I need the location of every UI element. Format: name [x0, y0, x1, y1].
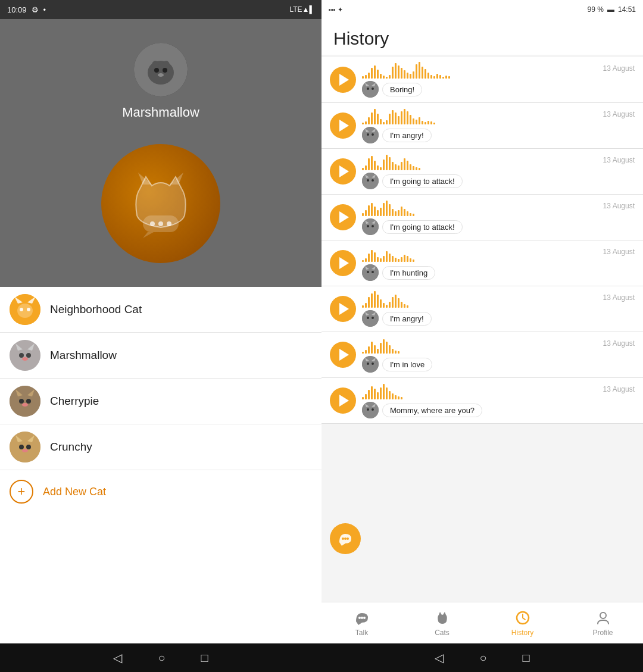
history-cat-avatar-0	[362, 81, 379, 98]
svg-point-77	[372, 408, 374, 411]
waveform-1	[362, 108, 597, 124]
cat-list-item-crunchy[interactable]: Crunchy	[0, 424, 322, 470]
left-status-bar: 10:09 ⚙ • LTE▲▌	[0, 0, 322, 19]
history-middle-6: I'm in love	[362, 337, 597, 373]
history-middle-2: I'm going to attack!	[362, 154, 597, 189]
history-cat-avatar-7	[362, 402, 379, 418]
cat-list-item-cherrypie[interactable]: Cherrypie	[0, 379, 322, 424]
play-triangle-4	[339, 257, 349, 269]
svg-point-71	[367, 362, 369, 365]
nav-profile[interactable]: Profile	[563, 602, 643, 643]
history-item-4: I'm hunting 13 August	[322, 240, 643, 286]
history-date-3: 13 August	[603, 202, 635, 210]
history-cat-avatar-3	[362, 218, 379, 235]
waveform-4	[362, 245, 597, 262]
history-date-2: 13 August	[603, 156, 635, 164]
back-button[interactable]: ◁	[113, 651, 122, 665]
history-middle-7: Mommy, where are you?	[362, 383, 597, 418]
svg-point-48	[362, 173, 379, 189]
history-tag-7: Mommy, where are you?	[382, 404, 482, 417]
tag-row-7: Mommy, where are you?	[362, 402, 597, 418]
back-button-right[interactable]: ◁	[435, 651, 444, 665]
svg-point-32	[10, 432, 40, 462]
svg-point-11	[150, 221, 155, 226]
cat-list: Neighborhood Cat Marshmallow	[0, 287, 322, 643]
svg-marker-10	[143, 232, 154, 238]
play-triangle-3	[339, 211, 349, 223]
svg-point-72	[372, 362, 374, 365]
svg-point-76	[367, 408, 369, 411]
tag-row-6: I'm in love	[362, 356, 597, 373]
history-tag-6: I'm in love	[382, 358, 432, 371]
talk-button[interactable]	[101, 144, 220, 263]
play-button-0[interactable]	[330, 67, 356, 93]
svg-point-68	[362, 356, 379, 373]
svg-point-19	[27, 308, 30, 311]
history-tag-5: I'm angry!	[382, 312, 432, 326]
play-button-4[interactable]	[330, 250, 356, 276]
svg-point-20	[10, 340, 40, 371]
history-cat-avatar-5	[362, 310, 379, 327]
svg-point-47	[372, 133, 374, 136]
svg-point-13	[167, 221, 171, 226]
cat-list-item-marshmallow[interactable]: Marshmallow	[0, 333, 322, 379]
history-date-7: 13 August	[603, 385, 635, 393]
home-button[interactable]: ○	[158, 651, 165, 665]
left-panel: Marshmallow	[0, 19, 322, 643]
profile-nav-label: Profile	[592, 629, 613, 637]
dot-icon: •	[43, 5, 46, 14]
nav-cats[interactable]: Cats	[402, 602, 482, 643]
history-date-1: 13 August	[603, 110, 635, 118]
play-button-1[interactable]	[330, 112, 356, 139]
battery-icon: ▬	[607, 5, 614, 14]
play-button-7[interactable]	[330, 387, 356, 414]
play-triangle-2	[339, 165, 349, 177]
svg-point-66	[367, 317, 369, 319]
recents-button[interactable]: □	[201, 651, 208, 665]
history-item-1: I'm angry! 13 August	[322, 103, 643, 149]
svg-point-79	[344, 537, 347, 540]
tag-row-5: I'm angry!	[362, 310, 597, 327]
selected-cat-name: Marshmallow	[122, 105, 199, 120]
history-title: History	[322, 19, 643, 55]
waveform-2	[362, 154, 597, 170]
svg-point-24	[26, 353, 31, 358]
system-nav-bar: ◁ ○ □ ◁ ○ □	[0, 643, 643, 672]
add-new-cat-row[interactable]: + Add New Cat	[0, 470, 322, 513]
fab-talk-button[interactable]	[330, 523, 361, 554]
svg-point-57	[372, 225, 374, 227]
tag-row-1: I'm angry!	[362, 127, 597, 143]
history-date-6: 13 August	[603, 339, 635, 348]
svg-point-62	[372, 271, 374, 273]
sys-nav-left: ◁ ○ □	[0, 651, 322, 665]
add-new-cat-label: Add New Cat	[43, 486, 106, 498]
play-button-2[interactable]	[330, 158, 356, 185]
svg-point-29	[19, 399, 24, 404]
svg-point-41	[367, 87, 369, 90]
marshmallow-avatar	[10, 340, 40, 371]
svg-point-6	[158, 73, 164, 77]
right-status-bar: ▪▪▪ ✦ 99 % ▬ 14:51	[322, 0, 643, 19]
svg-point-43	[362, 127, 379, 143]
history-tag-3: I'm going to attack!	[382, 220, 463, 234]
svg-point-46	[367, 133, 369, 136]
nav-talk[interactable]: Talk	[322, 602, 402, 643]
recents-button-right[interactable]: □	[523, 651, 530, 665]
play-button-3[interactable]	[330, 204, 356, 230]
svg-point-12	[158, 221, 163, 226]
svg-point-53	[362, 218, 379, 235]
play-button-5[interactable]	[330, 296, 356, 322]
cherrypie-name: Cherrypie	[50, 395, 99, 408]
svg-point-26	[10, 386, 40, 417]
nav-history[interactable]: History	[482, 602, 563, 643]
cat-list-item-neighborhood[interactable]: Neighborhood Cat	[0, 287, 322, 333]
play-button-6[interactable]	[330, 342, 356, 368]
svg-point-25	[22, 357, 28, 361]
svg-point-36	[26, 445, 31, 449]
time-left: 10:09	[7, 5, 27, 14]
history-middle-4: I'm hunting	[362, 245, 597, 281]
home-button-right[interactable]: ○	[479, 651, 486, 665]
svg-point-61	[367, 271, 369, 273]
svg-point-17	[17, 304, 33, 318]
tag-row-2: I'm going to attack!	[362, 173, 597, 189]
